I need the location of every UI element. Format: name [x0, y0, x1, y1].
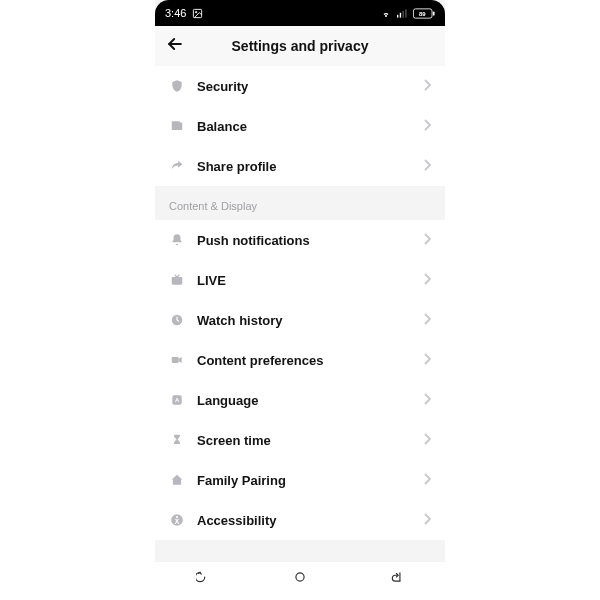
svg-point-1 — [196, 11, 197, 12]
back-button[interactable] — [165, 34, 185, 58]
row-label: Content preferences — [197, 353, 423, 368]
app-header: Settings and privacy — [155, 26, 445, 66]
section-header-content-display: Content & Display — [155, 186, 445, 220]
row-balance[interactable]: Balance — [155, 106, 445, 146]
svg-rect-3 — [400, 12, 401, 17]
phone-frame: 3:46 89 Settings and privacy Security Ba… — [155, 0, 445, 592]
row-label: Language — [197, 393, 423, 408]
chevron-right-icon — [423, 271, 431, 289]
row-security[interactable]: Security — [155, 66, 445, 106]
status-time: 3:46 — [165, 7, 186, 19]
chevron-right-icon — [423, 117, 431, 135]
shield-icon — [169, 78, 185, 94]
chevron-right-icon — [423, 471, 431, 489]
svg-point-17 — [176, 516, 178, 518]
settings-group-content-display: Push notifications LIVE Watch history Co… — [155, 220, 445, 540]
chevron-right-icon — [423, 391, 431, 409]
system-nav-bar — [155, 562, 445, 592]
row-label: Screen time — [197, 433, 423, 448]
nav-home-button[interactable] — [285, 568, 315, 586]
chevron-right-icon — [423, 77, 431, 95]
clock-icon — [169, 312, 185, 328]
accessibility-icon — [169, 512, 185, 528]
video-icon — [169, 352, 185, 368]
svg-rect-7 — [433, 11, 435, 15]
share-icon — [169, 158, 185, 174]
nav-back-button[interactable] — [382, 568, 412, 586]
hourglass-icon — [169, 432, 185, 448]
row-label: Accessibility — [197, 513, 423, 528]
row-label: Push notifications — [197, 233, 423, 248]
settings-content: Security Balance Share profile Content &… — [155, 66, 445, 592]
row-screen-time[interactable]: Screen time — [155, 420, 445, 460]
tv-icon — [169, 272, 185, 288]
row-live[interactable]: LIVE — [155, 260, 445, 300]
lang-icon: A — [169, 392, 185, 408]
chevron-right-icon — [423, 431, 431, 449]
svg-text:89: 89 — [419, 11, 426, 17]
settings-group-account: Security Balance Share profile — [155, 66, 445, 186]
chevron-right-icon — [423, 351, 431, 369]
row-label: Family Pairing — [197, 473, 423, 488]
row-push-notifications[interactable]: Push notifications — [155, 220, 445, 260]
gallery-icon — [192, 8, 203, 19]
chevron-right-icon — [423, 157, 431, 175]
wifi-icon — [380, 8, 392, 18]
bell-icon — [169, 232, 185, 248]
row-label: Watch history — [197, 313, 423, 328]
signal-icon — [397, 9, 408, 18]
svg-point-18 — [296, 573, 304, 581]
home-icon — [169, 472, 185, 488]
page-title: Settings and privacy — [155, 38, 445, 54]
row-language[interactable]: A Language — [155, 380, 445, 420]
battery-icon: 89 — [413, 8, 435, 19]
svg-rect-10 — [172, 121, 180, 123]
chevron-right-icon — [423, 231, 431, 249]
svg-rect-4 — [403, 10, 404, 17]
svg-rect-5 — [405, 9, 406, 17]
row-content-preferences[interactable]: Content preferences — [155, 340, 445, 380]
arrow-left-icon — [165, 34, 185, 54]
svg-rect-2 — [397, 14, 398, 17]
row-label: Balance — [197, 119, 423, 134]
row-label: LIVE — [197, 273, 423, 288]
wallet-icon — [169, 118, 185, 134]
status-bar: 3:46 89 — [155, 0, 445, 26]
chevron-right-icon — [423, 511, 431, 529]
svg-rect-11 — [172, 277, 183, 285]
row-label: Share profile — [197, 159, 423, 174]
row-share-profile[interactable]: Share profile — [155, 146, 445, 186]
row-family-pairing[interactable]: Family Pairing — [155, 460, 445, 500]
svg-rect-13 — [172, 357, 179, 363]
chevron-right-icon — [423, 311, 431, 329]
row-accessibility[interactable]: Accessibility — [155, 500, 445, 540]
row-watch-history[interactable]: Watch history — [155, 300, 445, 340]
row-label: Security — [197, 79, 423, 94]
nav-recent-button[interactable] — [188, 568, 218, 586]
